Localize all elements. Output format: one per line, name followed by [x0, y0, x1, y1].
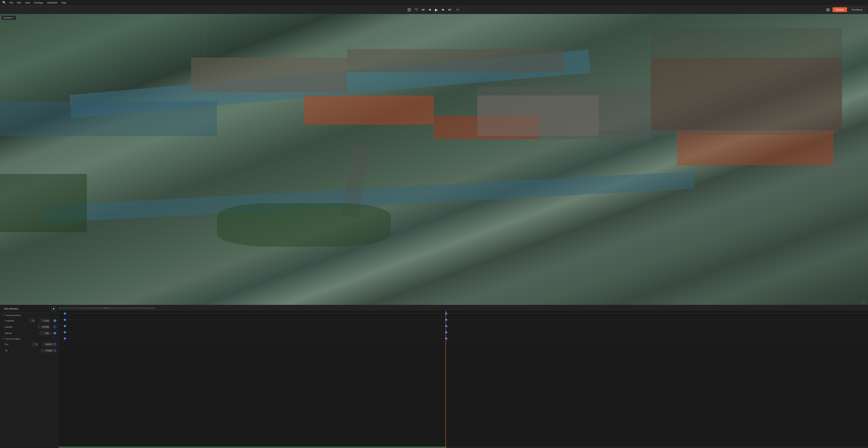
keyframe-pan-start[interactable] [63, 331, 66, 334]
keyframe-tilt-end[interactable] [445, 337, 447, 340]
keyframe-tilt-start[interactable] [63, 337, 66, 340]
track-row-longitude[interactable] [59, 310, 868, 317]
attr-input-tilt[interactable] [41, 349, 53, 352]
camera-dropdown[interactable]: Camera ▼ [2, 16, 16, 20]
vegetation-1 [217, 203, 391, 247]
track-row-latitude[interactable] [59, 317, 868, 323]
toolbar: ▶ 215 Render Feedback [0, 5, 868, 14]
ruler-mark-375: 375 [137, 307, 140, 309]
timeline-scrubber[interactable] [59, 446, 868, 448]
add-attributes-button[interactable]: Add attributes [2, 307, 20, 311]
frame-counter[interactable]: 215 [454, 8, 462, 12]
screenshot-button[interactable] [825, 8, 831, 12]
keyframe-longitude-start[interactable] [63, 312, 66, 315]
menu-item-overlays[interactable]: Overlays [32, 1, 45, 4]
attribute-row-longitude: Longitude [0, 318, 58, 324]
ruler-mark-345: 345 [131, 307, 134, 309]
fullscreen-button[interactable] [406, 7, 412, 12]
keyframe-longitude-end[interactable] [445, 312, 447, 315]
section-camera-rotation[interactable]: ▼ Camera rotation [0, 336, 58, 341]
toolbar-center: ▶ 215 [406, 7, 462, 13]
attr-label-latitude: Latitude [5, 326, 38, 328]
section-camera-position[interactable]: ▼ Camera position [0, 313, 58, 318]
ruler-mark-45: 45 [67, 307, 70, 309]
svg-rect-3 [410, 10, 411, 11]
menu-item-help[interactable]: Help [60, 1, 68, 4]
feedback-button[interactable]: Feedback [849, 7, 866, 12]
attribute-row-pan: Pan [0, 341, 58, 348]
menu-item-animation[interactable]: Animation [45, 1, 59, 4]
keyframe-diamond-tilt[interactable] [53, 349, 57, 352]
keyframe-latitude-end[interactable] [445, 319, 447, 321]
menu-item-view[interactable]: View [23, 1, 32, 4]
keyframe-altitude-start[interactable] [63, 325, 66, 328]
track-line-5 [59, 338, 868, 338]
attributes-panel: Add attributes ▼ Camera position Longitu… [0, 305, 59, 448]
ruler-mark-255: 255 [113, 307, 116, 309]
attr-input-longitude-1[interactable] [29, 319, 35, 322]
water-area-2 [0, 101, 217, 136]
track-row-tilt[interactable] [59, 335, 868, 341]
ruler-mark-00: 00 [59, 307, 61, 309]
ruler-mark-225: 225 [107, 307, 110, 309]
render-button[interactable]: Render [833, 7, 847, 12]
ruler-mark-120: 120 [83, 307, 86, 309]
timeline-tracks[interactable]: 215 [59, 310, 868, 446]
ruler-mark-105: 105 [80, 307, 83, 309]
search-icon[interactable]: 🔍 [2, 0, 7, 5]
step-back-button[interactable] [427, 8, 432, 12]
ruler-mark-75: 75 [73, 307, 76, 309]
attr-value-tilt [41, 349, 56, 352]
scrubber-fill [59, 447, 445, 448]
vegetation-2 [0, 174, 87, 232]
attr-input-pan-1[interactable] [32, 342, 38, 346]
attributes-header: Add attributes [0, 305, 58, 313]
track-row-altitude[interactable] [59, 323, 868, 329]
ruler-mark-165: 165 [92, 307, 95, 309]
svg-marker-5 [423, 9, 424, 11]
attr-label-longitude: Longitude [5, 320, 29, 322]
railway [651, 29, 842, 130]
keyframe-diamond-latitude[interactable] [53, 325, 57, 329]
menu-item-file[interactable]: File [8, 1, 14, 4]
attr-label-tilt: Tilt [5, 349, 41, 352]
attr-input-longitude-2[interactable] [40, 319, 50, 322]
ruler-mark-195: 195 [98, 307, 101, 309]
keyframe-latitude-start[interactable] [63, 319, 66, 321]
keyframe-diamond-longitude[interactable] [53, 319, 57, 322]
containers-3 [677, 130, 833, 165]
menu-item-edit[interactable]: Edit [16, 1, 23, 4]
attr-input-latitude[interactable] [38, 325, 50, 329]
play-button[interactable]: ▶ [434, 7, 439, 13]
ruler-mark-270: 270 [116, 307, 119, 309]
section-chevron-rotation-icon: ▼ [2, 338, 4, 340]
ruler-mark-30: 30 [65, 307, 67, 309]
svg-rect-0 [408, 8, 409, 9]
skip-start-button[interactable] [421, 8, 426, 12]
keyframe-pan-end[interactable] [445, 331, 447, 334]
keyframe-altitude-end[interactable] [445, 325, 447, 328]
track-row-pan[interactable] [59, 329, 868, 335]
timeline: 0015304560759010512013515016518019521021… [59, 305, 868, 448]
ruler-mark-315: 315 [125, 307, 128, 309]
section-label: Camera position [5, 314, 21, 317]
loop-button[interactable] [413, 7, 419, 12]
ruler-mark-360: 360 [134, 307, 137, 309]
ruler-mark-210: 210 [101, 307, 104, 309]
ruler-mark-150: 150 [89, 307, 92, 309]
viewport-divider-right [677, 14, 677, 305]
ruler-mark-215: 215 [104, 307, 107, 309]
ruler-mark-15: 15 [61, 307, 64, 309]
scrubber-handle[interactable] [445, 447, 446, 448]
attr-input-pan-2[interactable] [43, 342, 53, 346]
skip-end-button[interactable] [447, 8, 452, 12]
keyframe-diamond-pan[interactable] [53, 343, 57, 346]
svg-marker-15 [53, 308, 55, 310]
attr-input-altitude[interactable] [40, 331, 50, 335]
step-forward-button[interactable] [441, 8, 446, 12]
keyframe-diamond-altitude[interactable] [53, 332, 57, 335]
viewport[interactable]: Camera ▼ ▼ [0, 14, 868, 305]
ruler-mark-135: 135 [86, 307, 89, 309]
viewport-resize-handle[interactable]: ▼ [861, 301, 866, 304]
keyframe-toggle-icon[interactable] [51, 306, 56, 311]
